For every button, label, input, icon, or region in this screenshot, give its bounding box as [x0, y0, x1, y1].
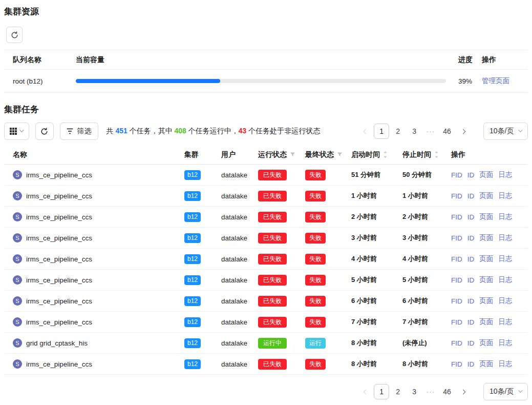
task-action-link-3[interactable]: 日志	[498, 254, 512, 264]
prev-page-button[interactable]	[358, 384, 373, 399]
filter-icon	[67, 128, 73, 134]
page-number-46[interactable]: 46	[439, 384, 455, 399]
task-action-link-1[interactable]: ID	[467, 255, 475, 263]
column-filter-icon[interactable]	[290, 152, 295, 157]
task-action-link-2[interactable]: 页面	[479, 233, 493, 242]
page-ellipsis[interactable]: ···	[423, 388, 438, 396]
task-row: S grid grid_cptask_his b12 datalake 运行中 …	[4, 333, 528, 354]
task-action-link-1[interactable]: ID	[467, 297, 475, 305]
next-page-button[interactable]	[456, 384, 470, 399]
tasks-summary: 共 451 个任务，其中 408 个任务运行中，43 个任务处于非运行状态	[107, 127, 321, 136]
task-name: irms_ce_pipeline_ccs	[26, 171, 92, 179]
layout-switch-button[interactable]	[4, 123, 29, 140]
cluster-badge: b12	[184, 191, 201, 201]
resources-refresh-button[interactable]	[6, 27, 23, 43]
task-action-link-1[interactable]: ID	[467, 276, 475, 284]
task-action-link-1[interactable]: ID	[467, 360, 475, 368]
task-action-link-2[interactable]: 页面	[479, 275, 493, 285]
run-status-badge: 已失败	[258, 233, 287, 244]
column-label: 启动时间	[351, 150, 380, 159]
filter-button[interactable]: 筛选	[60, 123, 98, 140]
cluster-resources-title: 集群资源	[4, 6, 528, 17]
tasks-toolbar: 筛选 共 451 个任务，其中 408 个任务运行中，43 个任务处于非运行状态…	[4, 123, 528, 140]
page-number-1[interactable]: 1	[374, 124, 389, 139]
task-action-link-1[interactable]: ID	[467, 171, 475, 179]
cluster-badge: b12	[184, 338, 201, 348]
column-header-6[interactable]: 停止时间	[398, 150, 447, 159]
task-action-link-3[interactable]: 日志	[498, 359, 512, 369]
task-action-link-0[interactable]: FID	[451, 360, 462, 368]
column-sorter-icon[interactable]	[434, 151, 439, 158]
task-action-link-3[interactable]: 日志	[498, 170, 512, 179]
column-sorter-icon[interactable]	[383, 151, 388, 158]
task-action-link-1[interactable]: ID	[467, 192, 475, 200]
layout-grid-icon	[10, 128, 17, 135]
task-action-link-0[interactable]: FID	[451, 297, 462, 305]
task-action-link-3[interactable]: 日志	[498, 296, 512, 306]
stop-time: 50 分钟前	[398, 170, 447, 179]
task-actions: FIDID页面日志	[447, 191, 528, 200]
column-filter-icon[interactable]	[337, 152, 343, 157]
run-status-badge: 已失败	[258, 317, 287, 328]
page-number-3[interactable]: 3	[407, 384, 422, 399]
task-actions: FIDID页面日志	[447, 317, 528, 327]
task-action-link-1[interactable]: ID	[467, 318, 475, 326]
summary-text: 个任务，其中	[127, 127, 175, 135]
task-action-link-2[interactable]: 页面	[479, 296, 493, 306]
task-action-link-0[interactable]: FID	[451, 213, 462, 221]
task-action-link-0[interactable]: FID	[451, 171, 462, 179]
task-action-link-2[interactable]: 页面	[479, 317, 493, 327]
task-action-link-2[interactable]: 页面	[479, 191, 493, 200]
task-action-link-1[interactable]: ID	[467, 234, 475, 242]
chevron-left-icon	[363, 129, 368, 134]
chevron-right-icon	[460, 389, 465, 394]
column-header-3[interactable]: 运行状态	[254, 150, 301, 159]
task-action-link-3[interactable]: 日志	[498, 338, 512, 348]
task-action-link-0[interactable]: FID	[451, 192, 462, 200]
stop-time: 1 小时前	[398, 191, 447, 200]
task-action-link-0[interactable]: FID	[451, 255, 462, 263]
task-action-link-2[interactable]: 页面	[479, 338, 493, 348]
column-header-5[interactable]: 启动时间	[347, 150, 398, 159]
task-action-link-3[interactable]: 日志	[498, 317, 512, 327]
column-header-4[interactable]: 最终状态	[301, 150, 347, 159]
page-number-2[interactable]: 2	[390, 384, 406, 399]
column-header-7: 操作	[447, 150, 528, 159]
task-action-link-0[interactable]: FID	[451, 318, 462, 326]
page-number-2[interactable]: 2	[390, 124, 406, 139]
run-status-badge: 已失败	[258, 359, 287, 370]
task-action-link-3[interactable]: 日志	[498, 233, 512, 242]
stop-time: 3 小时前	[398, 233, 447, 242]
task-action-link-2[interactable]: 页面	[479, 254, 493, 264]
page-ellipsis[interactable]: ···	[423, 127, 438, 135]
task-avatar: S	[13, 170, 22, 179]
task-action-link-2[interactable]: 页面	[479, 359, 493, 369]
start-time: 1 小时前	[347, 191, 398, 200]
task-avatar: S	[13, 254, 22, 264]
task-row: S irms_ce_pipeline_ccs b12 datalake 已失败 …	[4, 291, 528, 312]
task-avatar: S	[13, 275, 22, 285]
page-number-46[interactable]: 46	[439, 124, 455, 139]
task-action-link-2[interactable]: 页面	[479, 212, 493, 221]
task-action-link-3[interactable]: 日志	[498, 212, 512, 221]
task-action-link-2[interactable]: 页面	[479, 170, 493, 179]
page-size-select[interactable]: 10条/页	[483, 383, 528, 400]
task-avatar: S	[13, 296, 22, 306]
task-action-link-3[interactable]: 日志	[498, 191, 512, 200]
task-action-link-0[interactable]: FID	[451, 234, 462, 242]
prev-page-button[interactable]	[358, 124, 373, 138]
task-action-link-1[interactable]: ID	[467, 213, 475, 221]
tasks-refresh-button[interactable]	[35, 123, 54, 140]
task-action-link-3[interactable]: 日志	[498, 275, 512, 285]
task-row: S irms_ce_pipeline_ccs b12 datalake 已失败 …	[4, 165, 528, 186]
page-size-select[interactable]: 10条/页	[483, 123, 528, 140]
page-number-1[interactable]: 1	[374, 384, 389, 399]
manage-page-link[interactable]: 管理页面	[482, 77, 509, 85]
cluster-badge: b12	[184, 317, 201, 327]
task-action-link-0[interactable]: FID	[451, 276, 462, 284]
final-status-badge: 失败	[305, 254, 326, 265]
next-page-button[interactable]	[456, 124, 470, 138]
task-action-link-1[interactable]: ID	[467, 339, 475, 347]
page-number-3[interactable]: 3	[407, 124, 422, 139]
task-action-link-0[interactable]: FID	[451, 339, 462, 347]
